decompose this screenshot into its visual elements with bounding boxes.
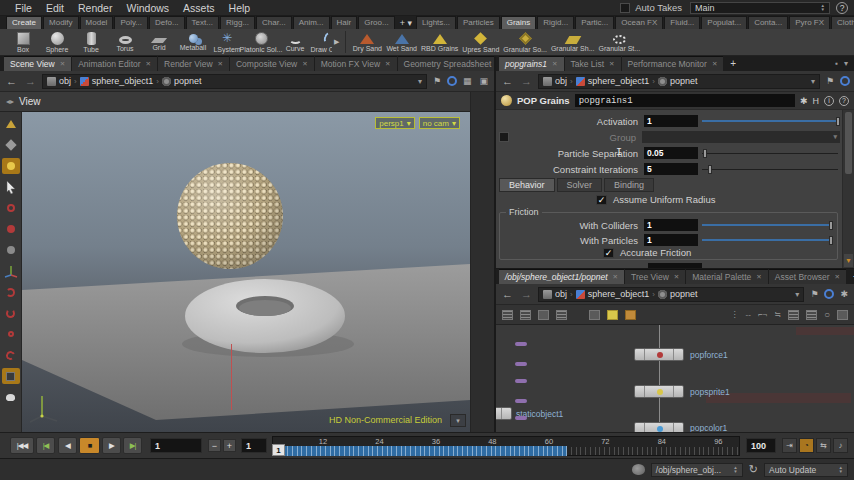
link-icon[interactable] [824,289,834,299]
rotate-tool-icon[interactable] [2,284,20,300]
tree-view-icon[interactable] [502,310,513,320]
pane-menu-icons[interactable]: ▪▾ [829,59,854,71]
shelf-tab[interactable]: Anim... [293,16,330,29]
shelf-tool[interactable]: Grid [144,33,174,51]
decrement-frame-button[interactable]: − [208,439,221,452]
shelf-tool[interactable]: Torus [110,33,140,52]
forward-icon[interactable]: → [519,288,534,300]
close-tab-icon[interactable]: ✕ [756,273,761,281]
loop-mode-icon[interactable]: ⇆ [816,438,831,453]
gear-icon[interactable]: ✱ [800,96,808,106]
shelf-tab[interactable]: Rigg... [220,16,255,29]
shelf-tool[interactable]: Curve [280,33,310,52]
node-staticobject1[interactable] [496,407,512,420]
slider-handle[interactable] [829,221,833,230]
path-dropdown-icon[interactable]: ▾ [418,77,422,86]
pin-icon[interactable]: ⚑ [824,76,836,86]
shelf-tool[interactable]: Sphere [42,32,72,53]
snapshot-icon[interactable]: ▦ [461,76,474,86]
help-icon[interactable]: ? [839,96,849,106]
go-to-end-button[interactable]: ▶| [123,437,142,454]
display-flags-icon[interactable] [538,310,549,320]
layout-icon[interactable] [556,310,567,320]
constraint-iterations-slider[interactable] [702,163,840,175]
particle-separation-field[interactable]: 0.05 [644,147,698,159]
camera-menu[interactable]: no cam▾ [419,117,460,129]
constraint-iterations-field[interactable]: 5 [644,163,698,175]
shelf-tool[interactable]: Upres Sand [462,32,499,53]
node-popsprite1[interactable] [634,385,684,398]
shelf-tool[interactable]: Wet Sand [386,32,417,52]
audio-options-icon[interactable]: ♪ [833,438,848,453]
select-arrow-icon[interactable] [2,179,20,195]
close-tab-icon[interactable]: ✕ [712,60,717,68]
assume-uniform-radius-checkbox[interactable]: ✓ [596,195,607,205]
param-subtab[interactable]: Binding [604,178,654,192]
snap-options-icon[interactable] [2,368,20,384]
pane-tab[interactable]: Take List ✕ [565,56,621,71]
with-particles-slider[interactable] [702,234,834,246]
shelf-tab[interactable]: Pyro FX [789,16,830,29]
list-view-icon[interactable] [520,310,531,320]
add-shelf-tab-button[interactable]: + ▾ [396,18,416,29]
menu-item[interactable]: Render [71,2,119,14]
info-icon[interactable]: i [824,96,834,106]
pane-tab[interactable]: Tree View ✕ [625,269,685,284]
close-tab-icon[interactable]: ✕ [302,60,307,68]
play-button[interactable]: ▶ [102,437,121,454]
viewport-stow-icon[interactable]: ▾ [450,414,466,427]
context-select[interactable]: /obj/sphere_obj... ▲▼ [651,463,743,477]
overview-icon[interactable] [837,310,848,320]
shelf-tool[interactable]: RBD Grains [421,32,458,52]
grab-tool-icon[interactable] [2,389,20,405]
shelf-tool[interactable]: Granular St... [598,33,640,52]
node-output-connector[interactable] [515,399,527,403]
help-icon[interactable]: ? [836,2,848,14]
menu-item[interactable]: Edit [39,2,71,14]
close-tab-icon[interactable]: ✕ [674,273,679,281]
menu-item[interactable]: File [8,2,39,14]
shelf-tab[interactable]: Ocean FX [615,16,663,29]
shelf-tab[interactable]: Partic... [575,16,614,29]
node-input-connector[interactable] [515,379,527,383]
parameters-overlay-icon[interactable] [589,310,600,320]
close-tab-icon[interactable]: ✕ [60,60,65,68]
layout-tool-icon[interactable] [2,137,20,153]
link-icon[interactable] [447,76,457,86]
menu-item[interactable]: Assets [176,2,222,14]
shelf-tab[interactable]: Create [6,16,42,29]
shelf-tab[interactable]: Groo... [358,16,394,29]
auto-takes-checkbox[interactable] [620,3,630,13]
pane-tab[interactable]: Geometry Spreadsheet ✕ [398,56,494,71]
accurate-friction-checkbox[interactable]: ✓ [603,248,614,258]
shelf-tab[interactable]: Modify [43,16,79,29]
close-tab-icon[interactable]: ✕ [613,273,618,281]
select-mode-icon[interactable] [2,221,20,237]
houdini-badge-icon[interactable]: H [813,96,820,106]
grid-display-icon[interactable] [806,310,817,320]
shelf-tool[interactable]: Granular Sh... [551,33,595,52]
close-tab-icon[interactable]: ✕ [609,60,614,68]
shelf-tab[interactable]: Model [80,16,114,29]
breadcrumb[interactable]: obj › sphere_object1 › popnet ▾ [538,287,804,302]
range-end-field[interactable]: 100 [746,438,776,453]
shelf-tab[interactable]: Populat... [701,16,747,29]
current-tool-icon[interactable] [2,158,20,174]
pane-tab[interactable]: Asset Browser ✕ [769,269,846,284]
dots-icon[interactable]: ⋮ [731,310,739,320]
node-popcolor1[interactable] [634,422,684,432]
shelf-tab[interactable]: Lights... [416,16,456,29]
pane-tab[interactable]: Performance Monitor ✕ [622,56,724,71]
node-output-connector[interactable] [515,362,527,366]
view-menu[interactable]: View [19,96,41,107]
path-dropdown-icon[interactable]: ▾ [811,77,815,86]
param-subtab[interactable]: Behavior [499,178,555,192]
stop-button[interactable]: ■ [79,437,100,454]
select-all-icon[interactable] [2,242,20,258]
path-dropdown-icon[interactable]: ▾ [795,290,799,299]
shelf-tab[interactable]: Cloth [831,16,854,29]
params-scrollbar[interactable]: ▼ [842,110,854,268]
pin-icon[interactable]: ⚑ [431,76,443,86]
close-tab-icon[interactable]: ✕ [552,60,557,68]
slider-handle[interactable] [703,149,707,158]
